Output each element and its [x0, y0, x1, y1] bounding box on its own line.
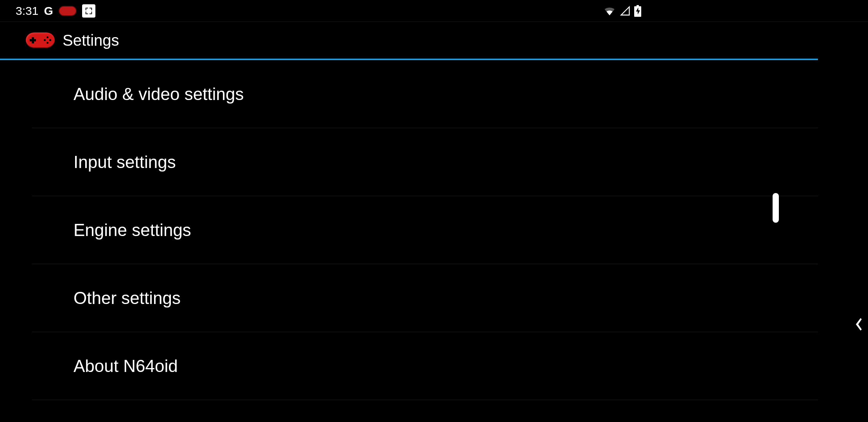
- settings-item-label: About N64oid: [74, 356, 178, 376]
- status-left: 3:31 G: [16, 4, 95, 18]
- google-icon: G: [44, 4, 53, 18]
- settings-item-about[interactable]: About N64oid: [32, 332, 818, 400]
- cell-signal-icon: [619, 5, 631, 16]
- side-panel-handle[interactable]: [851, 314, 866, 338]
- settings-item-audio-video[interactable]: Audio & video settings: [32, 60, 818, 128]
- status-right: [603, 5, 852, 17]
- settings-item-input[interactable]: Input settings: [32, 128, 818, 196]
- settings-list[interactable]: Audio & video settings Input settings En…: [0, 60, 818, 400]
- app-controller-icon: [26, 32, 55, 48]
- clock: 3:31: [16, 4, 38, 18]
- settings-item-label: Audio & video settings: [74, 84, 244, 104]
- status-bar: 3:31 G: [0, 0, 868, 22]
- settings-item-label: Engine settings: [74, 220, 191, 240]
- controller-notification-icon: [59, 6, 77, 16]
- scrollbar-thumb[interactable]: [773, 193, 779, 223]
- page-title: Settings: [63, 32, 119, 49]
- wifi-icon: [603, 5, 616, 16]
- settings-item-label: Input settings: [74, 152, 176, 172]
- expand-icon: [82, 4, 95, 18]
- settings-item-label: Other settings: [74, 288, 181, 308]
- app-header: Settings: [0, 22, 818, 60]
- settings-item-engine[interactable]: Engine settings: [32, 196, 818, 264]
- settings-item-other[interactable]: Other settings: [32, 264, 818, 332]
- battery-charging-icon: [634, 5, 641, 17]
